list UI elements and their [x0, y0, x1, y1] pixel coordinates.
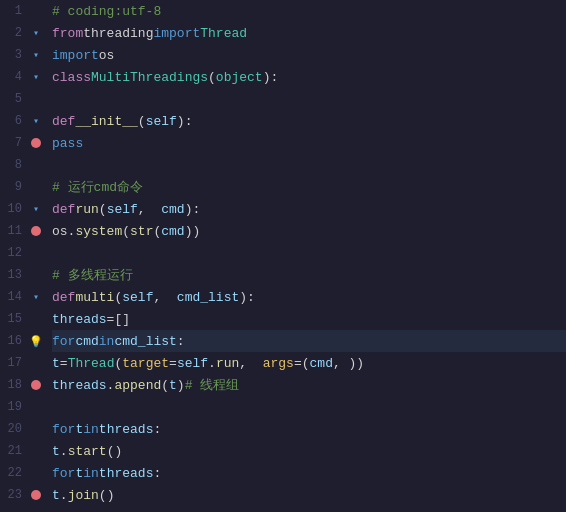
gutter-row: 4▾ — [0, 66, 48, 88]
gutter-icon: ▾ — [28, 203, 44, 215]
gutter-icon: ▾ — [28, 71, 44, 83]
code-line: t.start() — [52, 440, 566, 462]
gutter-row: 21 — [0, 440, 48, 462]
code-line: # 多线程运行 — [52, 264, 566, 286]
line-number: 12 — [0, 246, 28, 260]
gutter-row: 16💡 — [0, 330, 48, 352]
gutter-icon: ▾ — [28, 49, 44, 61]
gutter-row: 23 — [0, 484, 48, 506]
line-number: 16 — [0, 334, 28, 348]
code-line: for cmd in cmd_list: — [52, 330, 566, 352]
code-line — [52, 396, 566, 418]
code-line: pass — [52, 132, 566, 154]
gutter-icon — [28, 138, 44, 148]
gutter-icon — [28, 490, 44, 500]
code-line: t = Thread(target=self.run, args=(cmd, )… — [52, 352, 566, 374]
arrow-icon: ▾ — [33, 291, 39, 303]
code-editor: 12▾3▾4▾56▾78910▾11121314▾1516💡1718192021… — [0, 0, 566, 512]
code-line: class MultiThreadings(object): — [52, 66, 566, 88]
breakpoint-icon[interactable] — [31, 138, 41, 148]
code-line — [52, 88, 566, 110]
line-number: 11 — [0, 224, 28, 238]
arrow-icon: ▾ — [33, 71, 39, 83]
gutter-row: 17 — [0, 352, 48, 374]
arrow-icon: ▾ — [33, 49, 39, 61]
code-line: threads.append(t) # 线程组 — [52, 374, 566, 396]
arrow-icon: ▾ — [33, 203, 39, 215]
gutter-icon: ▾ — [28, 27, 44, 39]
line-number: 14 — [0, 290, 28, 304]
line-number: 8 — [0, 158, 28, 172]
line-gutter: 12▾3▾4▾56▾78910▾11121314▾1516💡1718192021… — [0, 0, 48, 512]
code-line: for t in threads: — [52, 462, 566, 484]
gutter-row: 8 — [0, 154, 48, 176]
gutter-icon: 💡 — [28, 335, 44, 348]
gutter-icon: ▾ — [28, 291, 44, 303]
gutter-row: 12 — [0, 242, 48, 264]
gutter-icon — [28, 380, 44, 390]
line-number: 20 — [0, 422, 28, 436]
line-number: 6 — [0, 114, 28, 128]
code-line: for t in threads: — [52, 418, 566, 440]
line-number: 9 — [0, 180, 28, 194]
gutter-row: 6▾ — [0, 110, 48, 132]
code-line: def run(self, cmd): — [52, 198, 566, 220]
line-number: 19 — [0, 400, 28, 414]
gutter-row: 5 — [0, 88, 48, 110]
line-number: 10 — [0, 202, 28, 216]
arrow-icon: ▾ — [33, 115, 39, 127]
gutter-row: 9 — [0, 176, 48, 198]
code-line: # coding:utf-8 — [52, 0, 566, 22]
line-number: 2 — [0, 26, 28, 40]
gutter-row: 10▾ — [0, 198, 48, 220]
code-line: def __init__(self): — [52, 110, 566, 132]
line-number: 13 — [0, 268, 28, 282]
line-number: 23 — [0, 488, 28, 502]
line-number: 1 — [0, 4, 28, 18]
gutter-row: 19 — [0, 396, 48, 418]
line-number: 17 — [0, 356, 28, 370]
line-number: 7 — [0, 136, 28, 150]
arrow-icon: ▾ — [33, 27, 39, 39]
gutter-row: 1 — [0, 0, 48, 22]
gutter-row: 11 — [0, 220, 48, 242]
code-line: # 运行cmd命令 — [52, 176, 566, 198]
breakpoint-icon[interactable] — [31, 380, 41, 390]
gutter-row: 18 — [0, 374, 48, 396]
breakpoint-icon[interactable] — [31, 226, 41, 236]
gutter-row: 20 — [0, 418, 48, 440]
gutter-icon: ▾ — [28, 115, 44, 127]
gutter-row: 7 — [0, 132, 48, 154]
code-area: 12▾3▾4▾56▾78910▾11121314▾1516💡1718192021… — [0, 0, 566, 512]
line-number: 4 — [0, 70, 28, 84]
code-line: def multi(self, cmd_list): — [52, 286, 566, 308]
gutter-row: 13 — [0, 264, 48, 286]
code-lines: # coding:utf-8from threading import Thre… — [48, 0, 566, 512]
gutter-icon — [28, 226, 44, 236]
line-number: 22 — [0, 466, 28, 480]
gutter-row: 2▾ — [0, 22, 48, 44]
code-line: import os — [52, 44, 566, 66]
line-number: 5 — [0, 92, 28, 106]
gutter-row: 22 — [0, 462, 48, 484]
code-line: t.join() — [52, 484, 566, 506]
gutter-row: 3▾ — [0, 44, 48, 66]
code-line — [52, 154, 566, 176]
line-number: 3 — [0, 48, 28, 62]
line-number: 18 — [0, 378, 28, 392]
line-number: 15 — [0, 312, 28, 326]
code-line — [52, 242, 566, 264]
code-line: os.system(str(cmd)) — [52, 220, 566, 242]
code-line: from threading import Thread — [52, 22, 566, 44]
breakpoint-icon[interactable] — [31, 490, 41, 500]
line-number: 21 — [0, 444, 28, 458]
bulb-icon[interactable]: 💡 — [29, 335, 43, 348]
gutter-row: 15 — [0, 308, 48, 330]
code-line: threads = [] — [52, 308, 566, 330]
gutter-row: 14▾ — [0, 286, 48, 308]
